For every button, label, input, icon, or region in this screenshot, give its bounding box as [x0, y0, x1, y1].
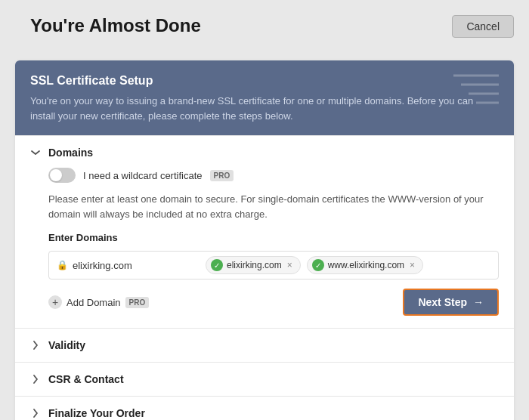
domains-input-row: 🔒 ✓ elixirking.com × ✓ www.elixirking.co… — [48, 251, 499, 279]
validity-section-title: Validity — [48, 339, 85, 351]
finalize-section-title: Finalize Your Order — [48, 407, 145, 419]
finalize-section: Finalize Your Order — [15, 396, 514, 420]
next-step-button[interactable]: Next Step → — [403, 289, 499, 316]
csr-section-title: CSR & Contact — [48, 373, 124, 385]
lock-icon: 🔒 — [57, 260, 68, 270]
page-title: You're Almost Done — [15, 15, 216, 36]
validity-section: Validity — [15, 328, 514, 362]
finalize-section-header[interactable]: Finalize Your Order — [15, 397, 514, 420]
domain-input[interactable] — [73, 260, 200, 271]
check-icon-2: ✓ — [312, 259, 324, 271]
wildcard-toggle[interactable] — [48, 168, 76, 183]
wildcard-toggle-label: I need a wildcard certificate — [83, 170, 203, 181]
chevron-right-icon-3 — [30, 408, 41, 418]
domains-section-body: I need a wildcard certificate PRO Please… — [15, 162, 514, 328]
wildcard-toggle-row: I need a wildcard certificate PRO — [48, 168, 499, 183]
check-icon-1: ✓ — [211, 259, 223, 271]
next-step-label: Next Step — [418, 296, 467, 308]
main-card: SSL Certificate Setup You're on your way… — [15, 60, 514, 420]
add-domain-pro-badge: PRO — [125, 297, 150, 308]
ssl-banner-description: You're on your way to issuing a brand-ne… — [30, 94, 499, 123]
domains-section: Domains I need a wildcard certificate PR… — [15, 135, 514, 328]
chevron-right-icon — [30, 340, 41, 351]
domains-section-title: Domains — [48, 147, 93, 159]
remove-domain-1[interactable]: × — [287, 260, 292, 270]
wildcard-pro-badge: PRO — [210, 170, 234, 181]
validity-section-header[interactable]: Validity — [15, 329, 514, 362]
domain-tag-label-1: elixirking.com — [227, 260, 282, 270]
domains-section-header[interactable]: Domains — [15, 136, 514, 162]
csr-section: CSR & Contact — [15, 362, 514, 396]
chevron-down-icon — [30, 147, 41, 158]
ssl-banner-title: SSL Certificate Setup — [30, 74, 499, 88]
arrow-icon: → — [473, 296, 484, 308]
csr-section-header[interactable]: CSR & Contact — [15, 363, 514, 396]
ssl-banner: SSL Certificate Setup You're on your way… — [15, 60, 514, 135]
ssl-banner-decoration — [446, 68, 506, 116]
domain-tag-elixirking: ✓ elixirking.com × — [206, 256, 301, 274]
enter-domains-label: Enter Domains — [48, 232, 499, 243]
add-domain-button[interactable]: + Add Domain PRO — [48, 295, 149, 309]
domains-description: Please enter at least one domain to secu… — [48, 192, 499, 221]
cancel-button[interactable]: Cancel — [452, 15, 514, 38]
domain-tag-www-elixirking: ✓ www.elixirking.com × — [307, 256, 423, 274]
domain-input-field: 🔒 — [57, 260, 200, 271]
remove-domain-2[interactable]: × — [410, 260, 415, 270]
chevron-right-icon-2 — [30, 374, 41, 384]
plus-icon: + — [48, 295, 62, 309]
add-domain-label: Add Domain — [67, 297, 121, 308]
domain-tag-label-2: www.elixirking.com — [328, 260, 404, 270]
add-domain-row: + Add Domain PRO Next Step → — [48, 289, 499, 316]
